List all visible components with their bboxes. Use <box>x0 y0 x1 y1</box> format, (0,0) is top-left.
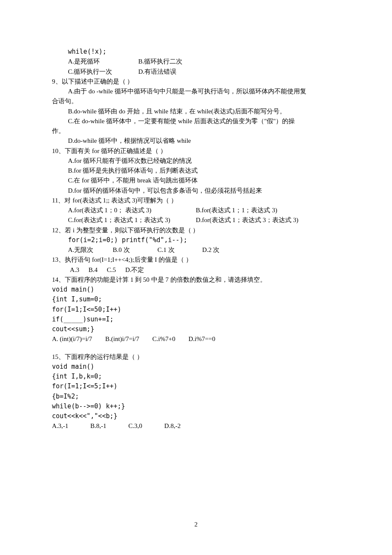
option-row: A.3,-1 B.8,-1 C.3,0 D.8,-2 <box>52 421 340 431</box>
option-a: A.是死循环 <box>68 57 138 66</box>
document-page: while(!x); A.是死循环 B.循环执行二次 C.循环执行一次 D.有语… <box>0 0 392 555</box>
option-d: D.8,-2 <box>164 422 181 429</box>
option-d: D.do-while 循环中，根据情况可以省略 while <box>52 136 340 146</box>
option-b: B.for 循环是先执行循环体语句，后判断表达式 <box>52 166 340 176</box>
option-b: B.for(表达式 1；1；表达式 3) <box>196 205 277 215</box>
option-b: B.4 <box>89 266 98 273</box>
option-c: C.3,0 <box>128 422 142 429</box>
option-d: D.有语法错误 <box>138 67 177 77</box>
question-stem: 12、若 i 为整型变量，则以下循环执行的次数是（ ） <box>52 225 340 235</box>
option-row: A. (int)(i/7)=i/7 B.(int)i/7=i/7 C.i%7+0… <box>52 334 340 344</box>
option-b: B.0 次 <box>113 245 158 255</box>
option-c: C.i%7+0 <box>153 335 176 342</box>
question-stem: 15、下面程序的运行结果是（ ） <box>52 352 340 362</box>
question-stem: 10、下面有关 for 循环的正确描述是（ ） <box>52 146 340 156</box>
code-line: void main() <box>52 285 340 295</box>
option-row: A.3 B.4 C.5 D.不定 <box>52 265 340 275</box>
option-d: D.2 次 <box>202 245 220 255</box>
code-line: {b=I%2; <box>52 392 340 402</box>
code-line: void main() <box>52 362 340 372</box>
option-c: C.1 次 <box>158 245 202 255</box>
option-a: A.3 <box>70 266 79 273</box>
code-line: while(!x); <box>52 47 340 57</box>
option-row: A.for(表达式 1；0； 表达式 3) B.for(表达式 1；1；表达式 … <box>52 205 340 215</box>
option-c: C.在 for 循环中，不能用 break 语句跳出循环体 <box>52 176 340 185</box>
option-b: B.循环执行二次 <box>138 57 183 66</box>
option-a: A.3,-1 <box>52 422 68 429</box>
option-b: B.do-while 循环由 do 开始，且 while 结束，在 while(… <box>52 107 340 116</box>
code-line: for(I=1;I<=50;I++) <box>52 305 340 315</box>
code-line: for(i=2;i=0;) printf("%d",i--); <box>52 235 340 245</box>
option-a: A. (int)(i/7)=i/7 <box>52 335 92 342</box>
option-c-line1: C.在 do-while 循环体中，一定要有能使 while 后面表达式的值变为… <box>52 116 340 126</box>
option-c: C.循环执行一次 <box>68 67 138 77</box>
option-c-line2: 作。 <box>52 126 340 136</box>
code-line: if(_____)sun+=I; <box>52 315 340 324</box>
option-a: A.无限次 <box>68 245 113 255</box>
question-stem: 13、执行语句 for(I=1;I++<4;);后变量 I 的值是（ ） <box>52 255 340 265</box>
option-row: C.for(表达式 1；表达式 1；表达式 3) D.for(表达式 1；表达式… <box>52 215 340 225</box>
option-d: D.不定 <box>125 266 144 273</box>
option-a: A.for(表达式 1；0； 表达式 3) <box>68 205 196 215</box>
option-d: D.for(表达式 1；表达式 3；表达式 3) <box>196 215 299 225</box>
option-b: B.8,-1 <box>90 422 107 429</box>
option-d: D.for 循环的循环体语句中，可以包含多条语句，但必须花括号括起来 <box>52 186 340 196</box>
question-stem: 9、以下描述中正确的是（ ） <box>52 77 340 87</box>
code-line: {int I,b,k=0; <box>52 372 340 382</box>
page-number: 2 <box>0 520 392 529</box>
option-b: B.(int)i/7=i/7 <box>105 335 139 342</box>
code-line: {int I,sum=0; <box>52 295 340 304</box>
option-a-line1: A.由于 do -while 循环中循环语句中只能是一条可执行语句，所以循环体内… <box>52 87 340 96</box>
option-row: C.循环执行一次 D.有语法错误 <box>52 67 340 77</box>
option-row: A.是死循环 B.循环执行二次 <box>52 57 340 66</box>
option-a-line2: 合语句。 <box>52 96 340 106</box>
code-line: for(I=1;I<=5;I++) <box>52 382 340 391</box>
question-stem: 11、对 for(表达式 1;; 表达式 3)可理解为（ ） <box>52 196 340 205</box>
option-c: C.for(表达式 1；表达式 1；表达式 3) <box>68 215 196 225</box>
option-c: C.5 <box>107 266 116 273</box>
code-line: cout<<sum;} <box>52 324 340 334</box>
code-line: cout<<k<<","<<b;} <box>52 411 340 421</box>
code-line: while(b-->=0) k++;} <box>52 402 340 411</box>
option-d: D.i%7==0 <box>188 335 215 342</box>
question-stem: 14、下面程序的功能是计算 1 到 50 中是 7 的倍数的数值之和，请选择填空… <box>52 275 340 285</box>
option-row: A.无限次 B.0 次 C.1 次 D.2 次 <box>52 245 340 255</box>
option-a: A.for 循环只能有于循环次数已经确定的情况 <box>52 156 340 166</box>
